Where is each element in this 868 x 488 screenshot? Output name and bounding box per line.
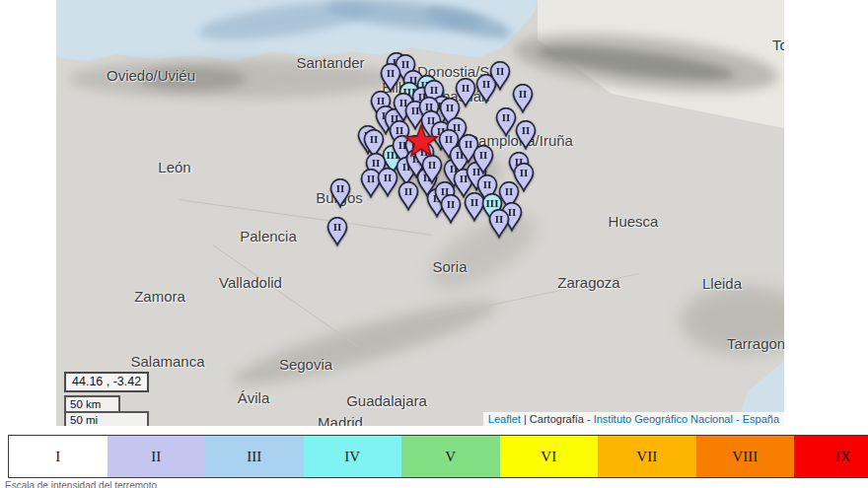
city-label: Segovia: [279, 356, 332, 373]
marker-intensity-value: II: [462, 82, 470, 94]
intensity-scale-cell-V: V: [401, 436, 500, 477]
marker-intensity-value: II: [483, 178, 492, 190]
intensity-scale-label: VII: [636, 449, 657, 465]
intensity-marker[interactable]: II: [495, 107, 517, 137]
city-label: Lleida: [702, 275, 742, 292]
marker-intensity-value: II: [520, 167, 529, 178]
intensity-scale-label: III: [247, 449, 261, 465]
intensity-marker[interactable]: II: [488, 209, 510, 239]
intensity-scale-cell-III: III: [205, 436, 304, 477]
intensity-scale-cell-I: I: [9, 436, 108, 477]
marker-intensity-value: II: [430, 84, 439, 96]
mouse-position-control: 44.16 , -3.42: [64, 372, 149, 392]
intensity-marker[interactable]: II: [515, 120, 537, 150]
intensity-marker[interactable]: II: [455, 78, 476, 107]
marker-intensity-value: II: [470, 196, 479, 208]
marker-intensity-value: II: [446, 102, 455, 113]
intensity-scale-cell-VIII: VIII: [696, 436, 795, 477]
intensity-marker[interactable]: II: [489, 61, 511, 91]
intensity-marker[interactable]: II: [329, 178, 351, 208]
city-label: Toulouse: [772, 36, 784, 53]
intensity-scale-label: VI: [541, 449, 556, 465]
city-label: Santander: [296, 54, 364, 71]
marker-intensity-value: III: [486, 197, 499, 209]
screenshot-root: Oviedo/UviéuSantanderBilbaoDonostia/SanS…: [0, 0, 868, 488]
intensity-marker[interactable]: II: [421, 155, 443, 184]
marker-intensity-value: II: [465, 138, 473, 150]
marker-intensity-value: II: [367, 173, 376, 184]
city-label: Valladolid: [219, 274, 282, 291]
marker-intensity-value: II: [447, 198, 456, 210]
sistema-central: [227, 288, 502, 398]
city-label: Tarragona: [727, 335, 784, 352]
intensity-scale-cell-VII: VII: [598, 436, 696, 477]
epicenter-star-icon[interactable]: [403, 124, 439, 158]
marker-intensity-value: II: [445, 133, 454, 145]
marker-intensity-value: II: [404, 185, 413, 197]
city-label: Oviedo/Uviéu: [107, 67, 195, 84]
intensity-scale-cell-VI: VI: [500, 436, 599, 477]
marker-intensity-value: II: [522, 124, 531, 136]
city-label: Madrid: [318, 414, 363, 427]
attribution-prefix: Cartografía -: [530, 413, 594, 425]
intensity-scale-cell-IV: IV: [304, 436, 402, 477]
marker-intensity-value: II: [428, 159, 437, 171]
city-label: Ávila: [238, 389, 270, 406]
marker-intensity-value: II: [387, 67, 396, 79]
marker-intensity-value: II: [505, 185, 514, 197]
clipped-caption: Escala de intensidad del terremoto: [5, 480, 157, 488]
leaflet-link[interactable]: Leaflet: [488, 413, 521, 425]
ign-link[interactable]: Instituto Geográfico Nacional - España: [594, 413, 779, 425]
intensity-scale-cell-II: II: [108, 436, 206, 477]
map-attribution: Leaflet | Cartografía - Instituto Geográ…: [483, 412, 784, 426]
intensity-scale-label: V: [445, 449, 456, 465]
attribution-separator: |: [521, 413, 530, 425]
marker-intensity-value: II: [495, 213, 504, 225]
intensity-scale-label: IV: [344, 449, 360, 465]
marker-intensity-value: II: [519, 88, 528, 100]
city-label: Guadalajara: [346, 392, 427, 409]
scale-control-mi: 50 mi: [64, 411, 149, 426]
city-label: Palencia: [240, 228, 297, 244]
marker-intensity-value: II: [401, 58, 410, 70]
intensity-marker[interactable]: II: [472, 145, 494, 174]
intensity-scale-cell-IX: IX: [794, 436, 868, 477]
marker-intensity-value: II: [496, 65, 505, 77]
city-label: Huesca: [609, 213, 659, 230]
city-label: Zamora: [134, 288, 185, 305]
marker-intensity-value: II: [370, 133, 379, 145]
city-label: Zaragoza: [557, 274, 619, 291]
marker-intensity-value: II: [502, 111, 511, 123]
city-label: Salamanca: [130, 353, 204, 370]
intensity-scale-label: VIII: [732, 449, 758, 465]
intensity-scale-label: IX: [835, 449, 851, 465]
city-label: León: [158, 159, 190, 175]
city-label: Soria: [432, 258, 467, 275]
road-line: [179, 199, 433, 236]
intensity-scale-legend: IIIIIIIVVVIVIIVIIIIX: [8, 435, 868, 478]
intensity-marker[interactable]: II: [326, 217, 348, 246]
intensity-scale-label: I: [55, 449, 60, 465]
intensity-marker[interactable]: II: [440, 194, 462, 224]
marker-intensity-value: II: [333, 221, 342, 233]
marker-intensity-value: II: [336, 182, 345, 194]
marker-intensity-value: II: [479, 149, 488, 161]
road-line: [213, 244, 359, 347]
leaflet-map[interactable]: Oviedo/UviéuSantanderBilbaoDonostia/SanS…: [56, 0, 784, 426]
intensity-scale-label: II: [151, 449, 161, 465]
marker-intensity-value: II: [384, 172, 393, 183]
